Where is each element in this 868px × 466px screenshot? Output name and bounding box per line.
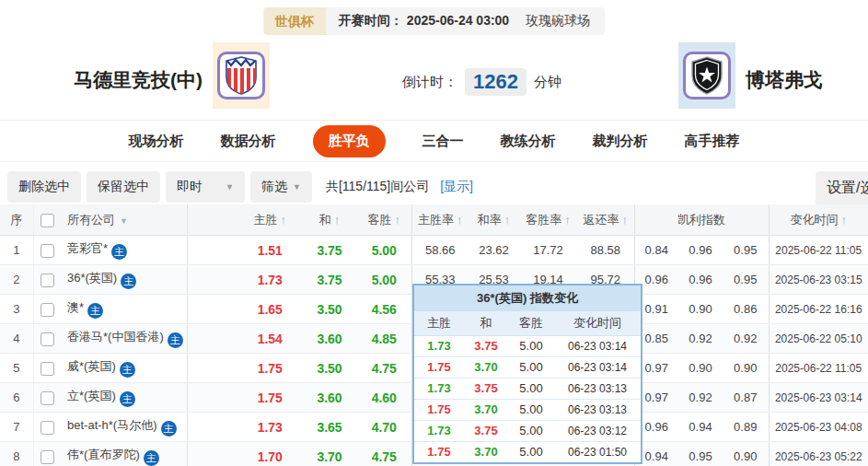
company-name[interactable]: bet-at-h*(马尔他) [67,418,157,432]
sort-arrow-icon[interactable]: ↑ [395,213,401,227]
main-company-badge: 主 [87,303,103,319]
company-name[interactable]: 立*(英国) [67,389,116,402]
popup-col-header: 主胜 [414,311,464,335]
live-dropdown[interactable]: 即时▼ [166,171,245,203]
odds-away[interactable]: 5.00 [357,236,411,265]
row-checkbox[interactable] [41,391,54,405]
atletico-madrid-crest-icon [217,52,265,99]
row-checkbox[interactable] [41,421,54,435]
company-name[interactable]: 36*(英国) [67,271,117,285]
kelly-cell: 0.87 [723,383,769,413]
sort-arrow-icon[interactable]: ↑ [564,213,571,227]
col-header-label-company[interactable]: 所有公司 [67,213,115,227]
odds-away[interactable]: 4.75 [357,354,411,383]
keep-selected-button[interactable]: 保留选中 [87,171,160,203]
row-checkbox[interactable] [41,244,54,258]
company-name[interactable]: 伟*(直布罗陀) [67,448,140,461]
col-header-away: 客胜↑ [357,204,411,236]
sort-arrow-icon[interactable]: ↑ [281,213,287,227]
sort-arrow-icon[interactable]: ↑ [334,213,341,227]
kelly-cell: 0.90 [723,354,769,383]
odds-away[interactable]: 4.70 [357,413,411,442]
odds-away[interactable]: 4.75 [357,442,411,466]
sort-arrow-icon[interactable]: ↑ [457,213,463,227]
checkbox-cell [33,236,61,265]
odds-away[interactable]: 4.85 [357,324,411,354]
odds-home[interactable]: 1.75 [187,383,302,413]
odds-away[interactable]: 4.60 [357,383,411,413]
kelly-cell: 0.95 [723,236,769,265]
tab-referee-analysis[interactable]: 裁判分析 [593,126,648,157]
odds-away[interactable]: 4.56 [357,295,411,324]
col-header-label-no: 序 [10,213,22,227]
odds-draw[interactable]: 3.65 [302,413,357,442]
delete-selected-button[interactable]: 删除选中 [7,171,81,203]
home-team-logo [213,42,270,109]
row-number: 5 [0,354,33,383]
odds-draw[interactable]: 3.50 [302,354,357,383]
row-checkbox[interactable] [41,450,54,464]
sort-arrow-icon[interactable]: ↑ [841,213,848,227]
col-header-payout: 返还率↑ [577,204,634,236]
col-header-label-home_rate[interactable]: 主胜率 [418,213,454,227]
odds-home[interactable]: 1.65 [187,295,302,324]
odds-draw[interactable]: 3.60 [302,324,357,354]
odds-home[interactable]: 1.75 [187,354,302,383]
company-name[interactable]: 竞彩官* [67,241,108,255]
odds-home[interactable]: 1.54 [187,324,302,354]
col-header-label-payout[interactable]: 返还率 [584,213,619,227]
popup-col-header: 变化时间 [554,311,641,335]
row-checkbox[interactable] [41,332,54,346]
odds-away[interactable]: 5.00 [357,265,411,295]
tab-win-draw-loss[interactable]: 胜平负 [313,125,386,157]
company-cell: 澳*主 [61,295,187,324]
change-time: 2025-06-22 11:05 [769,236,868,265]
tab-coach-analysis[interactable]: 教练分析 [501,126,556,157]
tab-data-analysis[interactable]: 数据分析 [221,126,276,157]
odds-draw[interactable]: 3.75 [302,265,357,295]
row-number: 7 [0,413,33,442]
odds-home[interactable]: 1.51 [187,236,302,265]
filter-dropdown[interactable]: 筛选▼ [250,171,312,203]
tab-live-analysis[interactable]: 现场分析 [129,126,184,157]
col-header-label-away[interactable]: 客胜 [368,213,392,227]
row-number: 8 [0,442,33,466]
sort-arrow-icon[interactable]: ↑ [504,213,511,227]
sort-arrow-icon[interactable]: ↑ [622,213,629,227]
row-checkbox[interactable] [41,274,54,287]
odds-draw[interactable]: 3.75 [302,236,357,265]
kelly-cell: 0.95 [678,442,723,466]
show-link[interactable]: [显示] [440,179,473,195]
filter-dropdown-label: 筛选 [261,179,287,195]
col-header-label-draw_rate[interactable]: 和率 [478,213,502,227]
odds-draw[interactable]: 3.60 [302,383,357,413]
odds-draw[interactable]: 3.70 [302,442,357,466]
popup-odds-away: 5.00 [508,379,554,399]
tab-three-in-one[interactable]: 三合一 [422,126,464,157]
col-header-label-away_rate[interactable]: 客胜率 [526,213,561,227]
kickoff-time: 开赛时间：2025-06-24 03:00 [339,13,513,29]
row-checkbox[interactable] [41,303,54,317]
row-checkbox[interactable] [41,362,54,376]
odds-draw[interactable]: 3.50 [302,295,357,324]
tab-expert-picks[interactable]: 高手推荐 [685,126,740,157]
company-name[interactable]: 威*(英国) [67,359,116,373]
settings-button[interactable]: 设置/选择 [816,171,868,205]
main-company-badge: 主 [161,421,177,437]
odds-home[interactable]: 1.70 [187,442,302,466]
company-name[interactable]: 香港马*(中国香港) [67,330,164,344]
chevron-down-icon[interactable]: ▼ [120,216,128,226]
popup-row: 1.733.755.0006-23 03:13 [414,379,641,400]
popup-odds-draw: 3.75 [464,336,508,356]
kelly-cell: 0.96 [678,265,723,295]
popup-row: 1.753.705.0006-23 01:50 [414,442,641,462]
col-header-label-time[interactable]: 变化时间 [791,213,839,227]
odds-home[interactable]: 1.73 [187,413,302,442]
kelly-cell: 0.95 [723,265,769,295]
company-name[interactable]: 澳* [67,300,84,314]
select-all-checkbox[interactable] [41,214,54,227]
change-time: 2025-06-22 11:05 [769,354,868,383]
odds-home[interactable]: 1.73 [187,265,302,295]
col-header-label-home[interactable]: 主胜 [254,213,278,227]
col-header-label-draw[interactable]: 和 [319,213,331,227]
